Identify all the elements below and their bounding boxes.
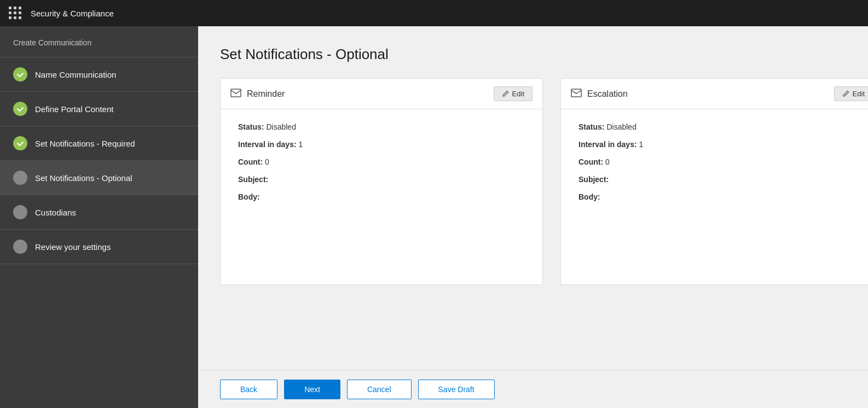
reminder-edit-button[interactable]: Edit xyxy=(494,86,533,101)
escalation-card-title: Escalation xyxy=(587,89,628,99)
reminder-count-value: 0 xyxy=(265,158,269,166)
reminder-count-field: Count: 0 xyxy=(238,158,525,166)
escalation-interval-value: 1 xyxy=(639,140,644,149)
reminder-interval-value: 1 xyxy=(299,140,303,149)
escalation-card: Escalation Edit Status: Disabled xyxy=(560,78,868,285)
escalation-status-label: Status: xyxy=(578,123,604,131)
reminder-card-header-left: Reminder xyxy=(230,89,285,100)
sidebar: Create Communication Name Communication … xyxy=(0,26,198,408)
step-complete-icon xyxy=(13,67,27,81)
reminder-card: Reminder Edit Status: Disabled xyxy=(220,78,543,285)
reminder-status-label: Status: xyxy=(238,123,264,131)
mail-icon xyxy=(571,89,582,100)
edit-icon xyxy=(502,90,509,97)
reminder-interval-label: Interval in days: xyxy=(238,140,297,149)
sidebar-item-review-settings[interactable]: Review your settings xyxy=(0,230,198,264)
reminder-body-label: Body: xyxy=(238,193,260,201)
sidebar-item-custodians[interactable]: Custodians xyxy=(0,195,198,230)
sidebar-item-define-portal-content[interactable]: Define Portal Content xyxy=(0,92,198,126)
back-button[interactable]: Back xyxy=(220,380,277,399)
escalation-body-field: Body: xyxy=(578,193,865,201)
main: Set Notifications - Optional Remi xyxy=(198,26,868,408)
mail-icon xyxy=(230,89,241,100)
escalation-count-value: 0 xyxy=(605,158,610,166)
svg-rect-0 xyxy=(231,89,241,97)
step-complete-icon xyxy=(13,102,27,116)
sidebar-item-set-notifications-required[interactable]: Set Notifications - Required xyxy=(0,126,198,161)
topbar: Security & Compliance xyxy=(0,0,868,26)
sidebar-item-label: Define Portal Content xyxy=(35,104,113,114)
escalation-body-label: Body: xyxy=(578,193,600,201)
escalation-subject-field: Subject: xyxy=(578,175,865,184)
escalation-interval-field: Interval in days: 1 xyxy=(578,140,865,149)
escalation-edit-button[interactable]: Edit xyxy=(834,86,868,101)
sidebar-header: Create Communication xyxy=(0,26,198,57)
sidebar-item-label: Custodians xyxy=(35,208,76,217)
escalation-status-value: Disabled xyxy=(606,123,636,131)
page-title: Set Notifications - Optional xyxy=(220,46,846,63)
sidebar-item-label: Review your settings xyxy=(35,242,111,252)
reminder-card-header: Reminder Edit xyxy=(221,79,542,109)
reminder-status-field: Status: Disabled xyxy=(238,123,525,131)
footer: Back Next Cancel Save Draft xyxy=(198,370,868,408)
reminder-interval-field: Interval in days: 1 xyxy=(238,140,525,149)
sidebar-item-label: Set Notifications - Required xyxy=(35,139,135,148)
app-grid-icon[interactable] xyxy=(9,7,22,20)
escalation-card-body: Status: Disabled Interval in days: 1 Cou… xyxy=(561,109,868,284)
edit-icon xyxy=(842,90,849,97)
cards-row: Reminder Edit Status: Disabled xyxy=(220,78,846,285)
step-inactive-icon xyxy=(13,205,27,219)
sidebar-item-name-communication[interactable]: Name Communication xyxy=(0,57,198,92)
step-inactive-icon xyxy=(13,240,27,254)
escalation-subject-label: Subject: xyxy=(578,175,609,184)
sidebar-item-label: Set Notifications - Optional xyxy=(35,173,132,183)
svg-rect-1 xyxy=(571,89,581,97)
main-content: Set Notifications - Optional Remi xyxy=(198,26,868,370)
escalation-card-header: Escalation Edit xyxy=(561,79,868,109)
escalation-status-field: Status: Disabled xyxy=(578,123,865,131)
reminder-count-label: Count: xyxy=(238,158,263,166)
reminder-card-body: Status: Disabled Interval in days: 1 Cou… xyxy=(221,109,542,284)
reminder-card-title: Reminder xyxy=(247,89,285,99)
escalation-count-label: Count: xyxy=(578,158,603,166)
main-layout: Create Communication Name Communication … xyxy=(0,26,868,408)
sidebar-item-set-notifications-optional[interactable]: Set Notifications - Optional xyxy=(0,161,198,195)
reminder-status-value: Disabled xyxy=(266,123,296,131)
escalation-count-field: Count: 0 xyxy=(578,158,865,166)
app-title: Security & Compliance xyxy=(31,9,114,18)
escalation-interval-label: Interval in days: xyxy=(578,140,637,149)
cancel-button[interactable]: Cancel xyxy=(347,380,412,399)
step-complete-icon xyxy=(13,136,27,150)
reminder-body-field: Body: xyxy=(238,193,525,201)
reminder-subject-field: Subject: xyxy=(238,175,525,184)
save-draft-button[interactable]: Save Draft xyxy=(418,380,495,399)
sidebar-item-label: Name Communication xyxy=(35,70,116,79)
step-inactive-icon xyxy=(13,171,27,185)
next-button[interactable]: Next xyxy=(284,380,340,399)
escalation-card-header-left: Escalation xyxy=(571,89,628,100)
reminder-subject-label: Subject: xyxy=(238,175,268,184)
